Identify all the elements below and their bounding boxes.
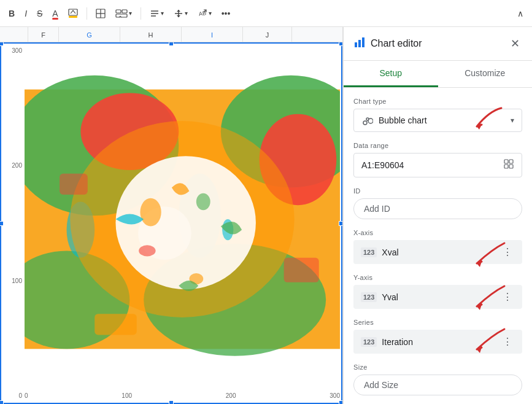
merge-button[interactable]: ▾	[112, 6, 136, 21]
bubble-chart-icon	[361, 114, 374, 126]
x-axis-value: Xval	[382, 247, 500, 257]
y-label-200: 200	[12, 162, 22, 169]
chart-svg	[25, 47, 340, 391]
toolbar: B I S A ▾ ▾ ▾ AB ▾ ••• ∧	[0, 0, 532, 27]
svg-rect-34	[355, 42, 357, 47]
svg-point-37	[363, 121, 367, 125]
chart-type-arrow-icon: ▾	[511, 116, 514, 125]
fill-color-button[interactable]	[64, 6, 82, 21]
y-label-0: 0	[18, 392, 22, 399]
svg-rect-35	[358, 40, 361, 47]
borders-button[interactable]	[92, 6, 109, 21]
chart-type-section: Chart type Bubble chart ▾	[353, 98, 522, 132]
divider-1	[87, 7, 87, 20]
chart-type-value: Bubble chart	[379, 115, 511, 125]
row-number-header	[0, 27, 28, 42]
main-content: F G H I J 300	[0, 27, 532, 404]
x-axis-label: X-axis	[353, 229, 522, 236]
editor-header: Chart editor ✕	[344, 27, 532, 61]
column-headers: F G H I J	[0, 27, 342, 42]
svg-point-29	[139, 245, 155, 256]
x-label-0: 0	[25, 392, 28, 399]
font-color-button[interactable]: A	[48, 6, 61, 21]
align-button[interactable]: ▾	[146, 6, 168, 21]
svg-rect-7	[116, 14, 127, 17]
chart-type-label: Chart type	[353, 98, 522, 105]
strikethrough-button[interactable]: S	[33, 6, 46, 21]
svg-rect-6	[122, 10, 127, 13]
x-label-100: 100	[121, 392, 132, 399]
chart-editor-panel: Chart editor ✕ Setup Customize Chart typ…	[343, 27, 532, 404]
id-label: ID	[353, 187, 522, 195]
series-label: Series	[353, 319, 522, 326]
series-section: Series 123 Iteration ⋮	[353, 319, 522, 354]
x-axis-menu-icon[interactable]: ⋮	[500, 245, 515, 259]
svg-rect-1	[69, 16, 77, 18]
svg-rect-5	[116, 10, 121, 13]
editor-close-button[interactable]: ✕	[508, 34, 522, 53]
data-range-label: Data range	[353, 142, 522, 149]
col-header-i: I	[182, 27, 243, 42]
y-label-100: 100	[12, 278, 22, 284]
tab-customize[interactable]: Customize	[438, 61, 533, 87]
size-label: Size	[353, 363, 522, 371]
y-axis-value: Yval	[382, 292, 500, 302]
chart-editor-icon	[353, 36, 366, 52]
svg-rect-33	[94, 314, 137, 335]
x-axis-type-icon: 123	[361, 247, 377, 257]
data-range-value: A1:E90604	[361, 160, 503, 170]
svg-point-26	[140, 198, 161, 227]
data-range-field[interactable]: A1:E90604	[353, 153, 522, 177]
y-axis-section: Y-axis 123 Yval ⋮	[353, 274, 522, 309]
y-axis-menu-icon[interactable]: ⋮	[500, 290, 515, 304]
grid-icon	[503, 158, 514, 172]
id-section: ID Add ID	[353, 187, 522, 219]
svg-rect-42	[504, 165, 508, 168]
svg-rect-43	[509, 165, 513, 168]
y-label-300: 300	[12, 47, 22, 54]
editor-title: Chart editor	[371, 38, 508, 49]
divider-2	[141, 7, 141, 20]
svg-point-27	[196, 193, 210, 210]
text-rotate-button[interactable]: AB ▾	[194, 6, 215, 21]
x-label-200: 200	[226, 392, 236, 399]
tab-setup[interactable]: Setup	[344, 61, 438, 87]
svg-rect-41	[509, 160, 513, 163]
svg-point-39	[368, 118, 373, 123]
series-menu-icon[interactable]: ⋮	[500, 335, 515, 349]
series-type-icon: 123	[361, 337, 377, 347]
spreadsheet-area: F G H I J 300	[0, 27, 343, 404]
col-header-h: H	[120, 27, 182, 42]
add-id-button[interactable]: Add ID	[353, 198, 522, 219]
x-label-300: 300	[330, 392, 340, 399]
editor-content: Chart type Bubble chart ▾ Data range	[344, 88, 532, 404]
col-header-j: J	[243, 27, 292, 42]
italic-button[interactable]: I	[21, 6, 31, 21]
svg-rect-32	[284, 258, 319, 282]
y-axis-label: Y-axis	[353, 274, 522, 281]
svg-rect-40	[504, 160, 508, 163]
svg-rect-36	[362, 37, 364, 47]
data-range-section: Data range A1:E90604	[353, 142, 522, 177]
y-axis-row: 123 Yval ⋮	[353, 285, 522, 309]
col-header-g: G	[59, 27, 120, 42]
size-section: Size Add Size	[353, 363, 522, 395]
add-size-button[interactable]: Add Size	[353, 375, 522, 395]
editor-tabs: Setup Customize	[344, 61, 532, 88]
x-axis-section: X-axis 123 Xval ⋮	[353, 229, 522, 264]
series-value: Iteration	[382, 337, 500, 347]
chart-type-dropdown[interactable]: Bubble chart ▾	[353, 109, 522, 132]
chart-wrapper: 300 200 100 0	[0, 42, 342, 404]
bold-button[interactable]: B	[5, 6, 18, 21]
x-axis-row: 123 Xval ⋮	[353, 240, 522, 264]
valign-button[interactable]: ▾	[170, 6, 191, 21]
series-row: 123 Iteration ⋮	[353, 330, 522, 354]
more-button[interactable]: •••	[218, 6, 234, 21]
svg-rect-31	[60, 174, 88, 195]
col-header-f: F	[28, 27, 59, 42]
y-axis-type-icon: 123	[361, 292, 377, 302]
collapse-button[interactable]: ∧	[514, 6, 527, 21]
